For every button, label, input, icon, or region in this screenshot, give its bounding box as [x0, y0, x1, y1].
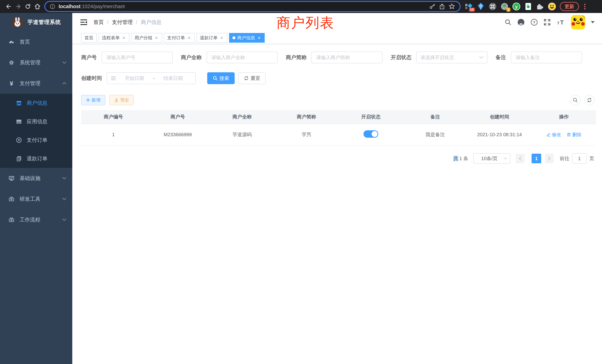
goto-page-input[interactable]: [572, 153, 587, 164]
tab-flow-form[interactable]: 流程表单×: [99, 33, 129, 43]
close-icon[interactable]: ×: [122, 35, 126, 40]
breadcrumb: 首页 / 支付管理 / 商户信息: [93, 19, 162, 26]
current-page-button[interactable]: 1: [532, 154, 541, 163]
add-button[interactable]: 新增: [81, 95, 105, 105]
breadcrumb-current: 商户信息: [141, 19, 162, 26]
reset-button[interactable]: 重置: [238, 72, 266, 84]
page-content: 商户号 商户全称 商户简称 开启状态 请选择开启状态: [72, 44, 602, 364]
browser-reload-button[interactable]: [23, 2, 33, 11]
browser-menu-button[interactable]: [582, 2, 588, 11]
merchant-no-input[interactable]: [102, 52, 173, 63]
sidebar-item-dev-tools[interactable]: 研发工具: [0, 189, 72, 209]
chevron-down-icon: [62, 177, 66, 180]
col-remark: 备注: [403, 110, 467, 124]
sidebar-item-workflow[interactable]: 工作流程: [0, 209, 72, 230]
close-icon[interactable]: ×: [154, 35, 159, 40]
browser-update-button[interactable]: 更新: [560, 2, 579, 11]
notification-badge: 1: [506, 8, 510, 12]
merchant-no-label: 商户号: [81, 54, 97, 61]
edit-link[interactable]: 修改: [546, 132, 561, 138]
table-grid-icon: [14, 119, 23, 125]
share-icon[interactable]: [439, 3, 445, 10]
search-button[interactable]: 搜索: [207, 72, 235, 84]
github-icon[interactable]: [517, 18, 525, 26]
help-icon[interactable]: ?: [530, 19, 538, 26]
close-icon[interactable]: ×: [219, 35, 224, 40]
back-arrow-icon: [5, 3, 12, 10]
total-count: 共1 条: [453, 155, 468, 162]
sidebar-item-payment[interactable]: ¥ 支付管理: [0, 73, 72, 94]
sidebar-logo[interactable]: 芋道管理系统: [0, 13, 72, 32]
remark-input[interactable]: [511, 52, 582, 63]
plus-icon: [86, 98, 90, 102]
url-bar[interactable]: localhost:1024/pay/merchant: [45, 2, 460, 11]
sidebar-item-application[interactable]: 应用信息: [0, 112, 72, 131]
gem-extension-icon[interactable]: [477, 2, 485, 11]
delete-link[interactable]: 删除: [567, 132, 581, 138]
docs-extension-icon[interactable]: [524, 2, 532, 11]
fullscreen-icon[interactable]: [543, 19, 551, 26]
browser-forward-button[interactable]: [13, 2, 23, 11]
search-button[interactable]: [505, 19, 512, 26]
status-toggle-on[interactable]: [364, 130, 378, 138]
goto-label: 前往: [560, 155, 569, 162]
y-extension-icon[interactable]: y: [512, 2, 520, 11]
chevron-down-icon: [62, 198, 66, 200]
breadcrumb-home[interactable]: 首页: [93, 19, 104, 26]
refresh-table-button[interactable]: [584, 95, 595, 105]
forward-arrow-icon: [15, 3, 22, 10]
pagination: 共1 条 10条/页 1 前往 页: [81, 153, 596, 164]
sidebar-collapse-button[interactable]: [80, 19, 87, 26]
export-button[interactable]: 导出: [109, 95, 134, 105]
password-key-icon[interactable]: [429, 3, 436, 10]
payment-submenu: 商户信息 应用信息 ¥ 支付订单 退款订单: [0, 94, 72, 168]
short-name-input[interactable]: [311, 52, 383, 63]
browser-home-button[interactable]: [33, 2, 42, 11]
svg-text:y: y: [515, 4, 518, 9]
font-size-icon[interactable]: TT: [556, 19, 565, 26]
sidebar-item-label: 基础设施: [20, 175, 40, 182]
page-size-select[interactable]: 10条/页: [473, 153, 510, 164]
browser-back-button[interactable]: [4, 2, 13, 11]
toolbox-icon: [7, 196, 16, 202]
show-search-toggle-button[interactable]: [570, 95, 580, 105]
command-extension-icon[interactable]: [489, 2, 497, 11]
site-info-icon[interactable]: [50, 4, 55, 9]
green-doc-icon: [524, 2, 532, 11]
user-avatar-pikachu[interactable]: [571, 15, 585, 30]
col-short-name: 商户简称: [274, 110, 339, 124]
tab-home[interactable]: 首页: [81, 33, 97, 43]
close-icon[interactable]: ×: [257, 35, 261, 40]
extensions-puzzle-icon[interactable]: [536, 2, 544, 11]
sidebar-item-label: 工作流程: [20, 216, 40, 223]
close-icon[interactable]: ×: [187, 35, 191, 40]
bookmark-star-icon[interactable]: [449, 3, 455, 10]
next-page-button[interactable]: [545, 154, 554, 163]
tab-refund-order[interactable]: 退款订单×: [196, 33, 227, 43]
prev-page-button[interactable]: [516, 154, 525, 163]
sidebar-item-refund-order[interactable]: 退款订单: [0, 149, 72, 168]
profile-emoji-avatar[interactable]: [548, 2, 556, 11]
avatar-caret-down-icon[interactable]: [591, 21, 595, 23]
main-area: 首页 / 支付管理 / 商户信息 商户列表 ? TT 首页 流程表单×: [72, 13, 602, 364]
sidebar-item-merchant[interactable]: 商户信息: [0, 94, 72, 112]
tab-merchant-info-active[interactable]: 商户信息×: [229, 33, 265, 43]
create-time-range-picker[interactable]: 开始日期 - 结束日期: [107, 72, 196, 84]
workspace-extension-icon[interactable]: 10: [465, 2, 473, 11]
calendar-icon: [111, 76, 116, 81]
table-row: 1 M233666999 芋道源码 芋艿 我是备注 2021-10-23 08:…: [81, 124, 596, 145]
sidebar-item-system[interactable]: 系统管理: [0, 52, 72, 73]
status-label: 开启状态: [391, 54, 411, 61]
sidebar-item-infrastructure[interactable]: 基础设施: [0, 168, 72, 189]
tab-pay-order[interactable]: 支付订单×: [164, 33, 195, 43]
tab-user-group[interactable]: 用户分组×: [131, 33, 162, 43]
status-dot-extension-icon[interactable]: 1: [500, 2, 509, 11]
status-select[interactable]: 请选择开启状态: [416, 52, 487, 63]
sidebar-item-label: 退款订单: [27, 155, 47, 162]
sidebar-item-label: 支付订单: [27, 137, 47, 144]
full-name-input[interactable]: [206, 52, 278, 63]
top-navbar: 首页 / 支付管理 / 商户信息 商户列表 ? TT: [72, 13, 602, 32]
breadcrumb-payment[interactable]: 支付管理: [112, 19, 133, 26]
sidebar-item-home[interactable]: 首页: [0, 32, 72, 52]
sidebar-item-pay-order[interactable]: ¥ 支付订单: [0, 131, 72, 149]
